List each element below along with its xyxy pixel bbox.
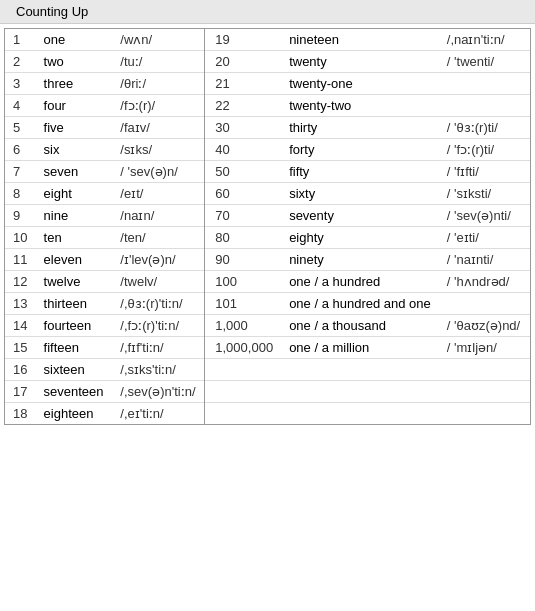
left-num: 9: [5, 205, 36, 227]
table-row: 11 eleven /ɪ'lev(ə)n/ 90 ninety / 'naɪnt…: [5, 249, 530, 271]
table-row: 10 ten /ten/ 80 eighty / 'eɪti/: [5, 227, 530, 249]
right-word: seventy: [281, 205, 439, 227]
left-num: 15: [5, 337, 36, 359]
left-num: 2: [5, 51, 36, 73]
left-word: sixteen: [36, 359, 113, 381]
left-pron: /,sɪks'tiːn/: [112, 359, 204, 381]
table-row: 2 two /tuː/ 20 twenty / 'twenti/: [5, 51, 530, 73]
left-pron: /fɔː(r)/: [112, 95, 204, 117]
left-word: ten: [36, 227, 113, 249]
table-row: 4 four /fɔː(r)/ 22 twenty-two: [5, 95, 530, 117]
right-pron: / 'sɪksti/: [439, 183, 530, 205]
left-pron: /,θɜː(r)'tiːn/: [112, 293, 204, 315]
table-row: 8 eight /eɪt/ 60 sixty / 'sɪksti/: [5, 183, 530, 205]
right-num: [205, 403, 281, 425]
left-pron: /tuː/: [112, 51, 204, 73]
left-word: one: [36, 29, 113, 51]
right-word: one / a thousand: [281, 315, 439, 337]
right-num: 19: [205, 29, 281, 51]
right-num: 90: [205, 249, 281, 271]
left-pron: /sɪks/: [112, 139, 204, 161]
left-pron: /θriː/: [112, 73, 204, 95]
left-word: two: [36, 51, 113, 73]
left-num: 8: [5, 183, 36, 205]
right-pron: /,naɪn'tiːn/: [439, 29, 530, 51]
left-word: seventeen: [36, 381, 113, 403]
right-num: 50: [205, 161, 281, 183]
right-word: twenty-two: [281, 95, 439, 117]
left-word: nine: [36, 205, 113, 227]
left-pron: /,fɔː(r)'tiːn/: [112, 315, 204, 337]
left-pron: /ten/: [112, 227, 204, 249]
right-word: [281, 381, 439, 403]
right-pron: [439, 73, 530, 95]
table-row: 12 twelve /twelv/ 100 one / a hundred / …: [5, 271, 530, 293]
right-num: 30: [205, 117, 281, 139]
right-word: one / a hundred: [281, 271, 439, 293]
right-pron: [439, 381, 530, 403]
table-row: 16 sixteen /,sɪks'tiːn/: [5, 359, 530, 381]
right-num: 101: [205, 293, 281, 315]
right-pron: [439, 95, 530, 117]
left-word: thirteen: [36, 293, 113, 315]
right-word: sixty: [281, 183, 439, 205]
left-pron: /eɪt/: [112, 183, 204, 205]
left-num: 4: [5, 95, 36, 117]
left-num: 14: [5, 315, 36, 337]
right-word: eighty: [281, 227, 439, 249]
right-num: 1,000: [205, 315, 281, 337]
table-row: 6 six /sɪks/ 40 forty / 'fɔː(r)ti/: [5, 139, 530, 161]
right-pron: [439, 293, 530, 315]
left-word: three: [36, 73, 113, 95]
right-word: one / a hundred and one: [281, 293, 439, 315]
left-word: eleven: [36, 249, 113, 271]
left-pron: /,eɪ'tiːn/: [112, 403, 204, 425]
left-word: fourteen: [36, 315, 113, 337]
left-pron: / 'sev(ə)n/: [112, 161, 204, 183]
table-row: 1 one /wʌn/ 19 nineteen /,naɪn'tiːn/: [5, 29, 530, 51]
right-num: 80: [205, 227, 281, 249]
left-pron: /wʌn/: [112, 29, 204, 51]
table-row: 14 fourteen /,fɔː(r)'tiːn/ 1,000 one / a…: [5, 315, 530, 337]
left-word: fifteen: [36, 337, 113, 359]
right-pron: [439, 359, 530, 381]
left-word: twelve: [36, 271, 113, 293]
right-num: 20: [205, 51, 281, 73]
table-row: 17 seventeen /,sev(ə)n'tiːn/: [5, 381, 530, 403]
right-pron: / 'fɪfti/: [439, 161, 530, 183]
table-row: 9 nine /naɪn/ 70 seventy / 'sev(ə)nti/: [5, 205, 530, 227]
left-word: five: [36, 117, 113, 139]
right-word: forty: [281, 139, 439, 161]
right-pron: / 'hʌndrəd/: [439, 271, 530, 293]
left-num: 10: [5, 227, 36, 249]
left-pron: /,fɪf'tiːn/: [112, 337, 204, 359]
right-num: [205, 359, 281, 381]
right-word: [281, 359, 439, 381]
left-word: eight: [36, 183, 113, 205]
right-num: 21: [205, 73, 281, 95]
left-word: six: [36, 139, 113, 161]
right-num: 22: [205, 95, 281, 117]
left-pron: /ɪ'lev(ə)n/: [112, 249, 204, 271]
table-row: 3 three /θriː/ 21 twenty-one: [5, 73, 530, 95]
left-num: 6: [5, 139, 36, 161]
right-num: 40: [205, 139, 281, 161]
right-num: 100: [205, 271, 281, 293]
right-word: twenty: [281, 51, 439, 73]
left-num: 7: [5, 161, 36, 183]
right-pron: / 'mɪljən/: [439, 337, 530, 359]
table-container: 1 one /wʌn/ 19 nineteen /,naɪn'tiːn/ 2 t…: [4, 28, 531, 425]
table-row: 18 eighteen /,eɪ'tiːn/: [5, 403, 530, 425]
left-word: four: [36, 95, 113, 117]
right-word: one / a million: [281, 337, 439, 359]
right-num: 60: [205, 183, 281, 205]
left-num: 3: [5, 73, 36, 95]
right-pron: / 'θaʊz(ə)nd/: [439, 315, 530, 337]
left-word: eighteen: [36, 403, 113, 425]
right-pron: / 'θɜː(r)ti/: [439, 117, 530, 139]
right-num: 1,000,000: [205, 337, 281, 359]
left-num: 13: [5, 293, 36, 315]
left-num: 11: [5, 249, 36, 271]
table-row: 13 thirteen /,θɜː(r)'tiːn/ 101 one / a h…: [5, 293, 530, 315]
left-num: 17: [5, 381, 36, 403]
